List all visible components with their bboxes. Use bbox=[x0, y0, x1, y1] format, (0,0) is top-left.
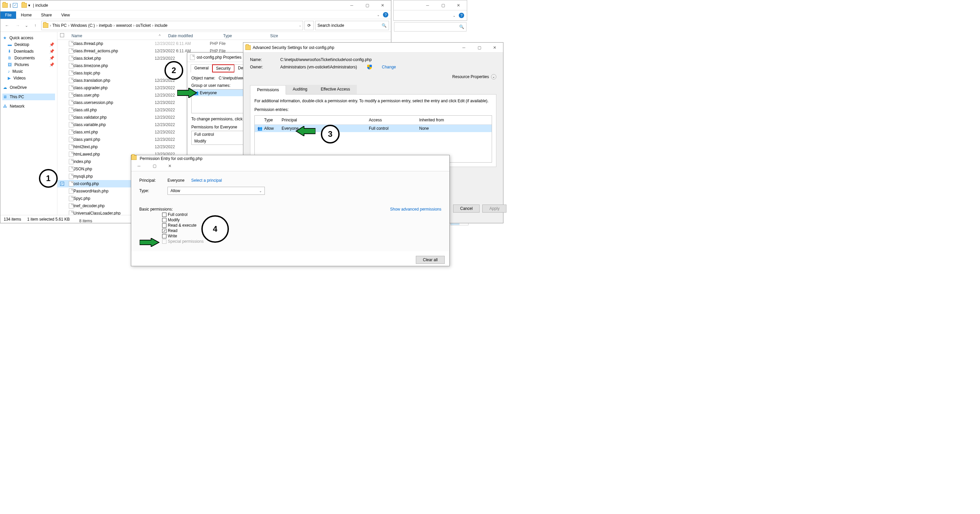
breadcrumb-dropdown-icon[interactable]: ⌄ bbox=[299, 24, 301, 27]
pe-perm-full[interactable]: Full control bbox=[162, 212, 441, 217]
bg-chevron-down-icon[interactable]: ⌄ bbox=[453, 14, 455, 17]
pe-select-principal-link[interactable]: Select a principal bbox=[191, 178, 222, 183]
nav-desktop[interactable]: ▬Desktop📌 bbox=[2, 41, 55, 48]
checkbox-icon[interactable] bbox=[162, 223, 167, 228]
adv-tab-auditing[interactable]: Auditing bbox=[286, 85, 314, 94]
ribbon-tab-file[interactable]: File bbox=[0, 11, 16, 19]
php-file-icon bbox=[69, 144, 73, 149]
search-icon: 🔍 bbox=[382, 23, 387, 28]
pt-col-inherited[interactable]: Inherited from bbox=[419, 118, 469, 122]
nav-quick-access[interactable]: ★Quick access bbox=[2, 35, 55, 41]
pt-col-principal[interactable]: Principal bbox=[282, 118, 369, 122]
nav-onedrive[interactable]: ☁OneDrive bbox=[2, 84, 55, 91]
nav-this-pc[interactable]: 🖥This PC bbox=[2, 94, 55, 100]
adv-maximize-button[interactable]: ▢ bbox=[471, 43, 487, 52]
nav-music[interactable]: ♪Music bbox=[2, 68, 55, 75]
php-file-icon bbox=[69, 63, 73, 68]
status-selection: 1 item selected 5.61 KB bbox=[27, 217, 70, 222]
php-file-icon bbox=[69, 211, 73, 215]
nav-documents[interactable]: 🗎Documents📌 bbox=[2, 55, 55, 61]
nav-pictures[interactable]: 🖼Pictures📌 bbox=[2, 61, 55, 68]
status-item-count: 134 items bbox=[4, 217, 21, 222]
col-type[interactable]: Type bbox=[221, 33, 267, 38]
select-all-checkbox[interactable] bbox=[60, 33, 64, 37]
php-file-icon bbox=[69, 129, 73, 135]
qat-folder-icon[interactable] bbox=[21, 3, 27, 8]
qat-checkbox-icon[interactable]: ✓ bbox=[13, 3, 18, 8]
adv-close-button[interactable]: ✕ bbox=[487, 43, 503, 52]
breadcrumb[interactable]: › This PC› Windows (C:)› inetpub› wwwroo… bbox=[41, 21, 303, 30]
checkbox-icon[interactable] bbox=[162, 218, 167, 222]
ribbon-chevron-icon[interactable]: ⌄ bbox=[377, 13, 380, 17]
permission-entry-row[interactable]: 👥 Allow Everyone Full control None bbox=[255, 125, 492, 132]
bg-close-button[interactable]: ✕ bbox=[451, 0, 466, 10]
file-name: class.ticket.php bbox=[73, 56, 155, 61]
file-name: class.usersession.php bbox=[73, 100, 155, 105]
php-file-icon bbox=[69, 181, 73, 186]
nav-videos[interactable]: ▶Videos bbox=[2, 75, 55, 81]
adv-tab-permissions[interactable]: Permissions bbox=[250, 85, 286, 95]
nav-back-button[interactable]: ← bbox=[2, 21, 12, 30]
checkbox-icon[interactable] bbox=[162, 234, 167, 238]
nav-downloads[interactable]: ⬇Downloads📌 bbox=[2, 48, 55, 55]
breadcrumb-item[interactable]: wwwroot bbox=[116, 23, 132, 28]
pe-clear-all-button[interactable]: Clear all bbox=[416, 256, 445, 264]
chevron-down-icon[interactable]: ⌄ bbox=[491, 74, 496, 79]
close-button[interactable]: ✕ bbox=[375, 0, 390, 10]
col-name[interactable]: Name bbox=[69, 33, 159, 38]
php-file-icon bbox=[69, 107, 73, 113]
adv-apply-button[interactable]: Apply bbox=[482, 205, 506, 213]
bg-search-input[interactable]: 🔍 bbox=[394, 22, 466, 32]
minimize-button[interactable]: ─ bbox=[344, 0, 360, 10]
callout-circle-4: 4 bbox=[201, 215, 229, 243]
ribbon-tab-home[interactable]: Home bbox=[16, 11, 36, 19]
maximize-button[interactable]: ▢ bbox=[360, 0, 375, 10]
checkbox-checked-icon[interactable]: ✓ bbox=[162, 228, 167, 233]
nav-up-button[interactable]: ↑ bbox=[30, 21, 40, 30]
green-arrow-icon bbox=[140, 238, 160, 247]
adv-owner-label: Owner: bbox=[250, 65, 270, 70]
nav-network[interactable]: 🖧Network bbox=[2, 103, 55, 109]
checkbox-icon[interactable] bbox=[162, 213, 167, 217]
breadcrumb-item[interactable]: osTicket bbox=[136, 23, 151, 28]
bg-minimize-button[interactable]: ─ bbox=[420, 0, 435, 10]
help-icon[interactable]: ? bbox=[383, 12, 388, 17]
onedrive-icon: ☁ bbox=[3, 85, 7, 90]
pt-col-type[interactable]: Type bbox=[264, 118, 282, 122]
callout-circle-2: 2 bbox=[164, 61, 183, 80]
col-size[interactable]: Size bbox=[267, 33, 308, 38]
pe-type-select[interactable]: Allow ⌄ bbox=[167, 187, 265, 195]
refresh-button[interactable]: ⟳ bbox=[304, 21, 314, 30]
file-checkbox-checked-icon[interactable]: ✓ bbox=[60, 182, 64, 186]
nav-forward-button[interactable]: → bbox=[13, 21, 22, 30]
pc-icon: 🖥 bbox=[3, 95, 7, 99]
file-name: class.validator.php bbox=[73, 115, 155, 120]
pe-maximize-button[interactable]: ▢ bbox=[147, 161, 162, 171]
resource-properties-link[interactable]: Resource Properties bbox=[452, 75, 489, 79]
pe-close-button[interactable]: ✕ bbox=[162, 161, 178, 171]
breadcrumb-item[interactable]: This PC bbox=[52, 23, 67, 28]
pe-minimize-button[interactable]: ─ bbox=[131, 161, 147, 171]
breadcrumb-item[interactable]: include bbox=[155, 23, 167, 28]
adv-tab-effective[interactable]: Effective Access bbox=[314, 85, 357, 94]
bg-help-icon[interactable]: ? bbox=[459, 13, 464, 18]
ribbon-tab-share[interactable]: Share bbox=[36, 11, 56, 19]
adv-change-link[interactable]: Change bbox=[382, 65, 396, 70]
pt-col-access[interactable]: Access bbox=[369, 118, 419, 122]
column-headers: Name ^ Date modified Type Size bbox=[57, 32, 391, 40]
tab-general[interactable]: General bbox=[191, 64, 212, 72]
ribbon-tab-view[interactable]: View bbox=[56, 11, 75, 19]
tab-security[interactable]: Security bbox=[212, 64, 235, 72]
php-file-icon bbox=[69, 70, 73, 76]
bg-maximize-button[interactable]: ▢ bbox=[435, 0, 451, 10]
background-window-title: ─ ▢ ✕ ⌄ ? bbox=[393, 0, 467, 21]
breadcrumb-item[interactable]: inetpub bbox=[99, 23, 112, 28]
col-date[interactable]: Date modified bbox=[165, 33, 221, 38]
adv-minimize-button[interactable]: ─ bbox=[456, 43, 471, 52]
pe-show-advanced-link[interactable]: Show advanced permissions bbox=[390, 207, 441, 211]
nav-recent-button[interactable]: ⌄ bbox=[24, 21, 29, 30]
breadcrumb-item[interactable]: Windows (C:) bbox=[71, 23, 95, 28]
search-input[interactable]: Search include 🔍 bbox=[315, 21, 389, 30]
downloads-icon: ⬇ bbox=[8, 49, 11, 54]
adv-cancel-button[interactable]: Cancel bbox=[453, 205, 480, 213]
